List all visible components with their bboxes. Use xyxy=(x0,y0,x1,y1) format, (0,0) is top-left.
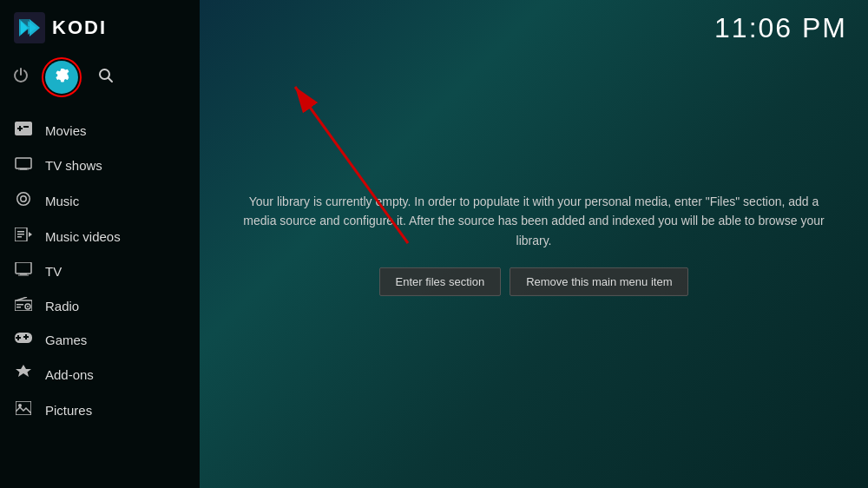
sidebar: KODI xyxy=(0,0,200,488)
sidebar-item-music[interactable]: Music xyxy=(0,182,200,219)
sidebar-label-add-ons: Add-ons xyxy=(45,367,94,382)
logo-area: KODI xyxy=(0,0,200,52)
sidebar-item-music-videos[interactable]: Music videos xyxy=(0,219,200,254)
sidebar-nav: Movies TV shows Music Music videos xyxy=(0,109,200,488)
remove-menu-item-button[interactable]: Remove this main menu item xyxy=(510,267,688,296)
svg-rect-21 xyxy=(16,304,23,306)
info-panel: Your library is currently empty. In orde… xyxy=(239,192,829,296)
power-button[interactable] xyxy=(12,67,30,89)
svg-rect-18 xyxy=(15,300,32,311)
games-icon xyxy=(14,332,33,347)
sidebar-label-tv-shows: TV shows xyxy=(45,158,102,173)
svg-rect-7 xyxy=(16,158,31,168)
sidebar-item-add-ons[interactable]: Add-ons xyxy=(0,356,200,392)
sidebar-label-tv: TV xyxy=(45,264,62,279)
toolbar-area xyxy=(0,52,200,109)
time-display: 11:06 PM xyxy=(714,12,847,44)
sidebar-item-tv[interactable]: TV xyxy=(0,254,200,288)
search-button[interactable] xyxy=(97,67,115,89)
radio-icon xyxy=(14,297,33,314)
music-icon xyxy=(14,191,33,210)
svg-rect-13 xyxy=(17,234,24,235)
pictures-icon xyxy=(14,401,33,419)
add-ons-icon xyxy=(14,365,33,384)
settings-button-wrapper[interactable] xyxy=(42,57,82,97)
sidebar-label-music-videos: Music videos xyxy=(45,229,121,244)
sidebar-label-movies: Movies xyxy=(45,123,87,138)
info-message: Your library is currently empty. In orde… xyxy=(239,192,829,250)
sidebar-item-radio[interactable]: Radio xyxy=(0,288,200,323)
enter-files-button[interactable]: Enter files section xyxy=(379,267,502,296)
svg-rect-16 xyxy=(20,274,27,275)
svg-marker-11 xyxy=(29,232,32,237)
svg-rect-9 xyxy=(18,170,29,171)
sidebar-label-radio: Radio xyxy=(45,299,79,313)
tv-icon xyxy=(14,262,33,280)
settings-button[interactable] xyxy=(45,61,78,94)
kodi-logo-icon xyxy=(14,12,45,43)
app-container: KODI xyxy=(0,0,868,488)
sidebar-item-games[interactable]: Games xyxy=(0,323,200,356)
sidebar-item-movies[interactable]: Movies xyxy=(0,113,200,148)
svg-rect-22 xyxy=(16,307,21,308)
sidebar-label-pictures: Pictures xyxy=(45,403,92,418)
svg-rect-15 xyxy=(16,262,31,274)
svg-rect-17 xyxy=(18,275,29,276)
svg-rect-12 xyxy=(17,231,24,233)
svg-rect-14 xyxy=(17,236,22,238)
sidebar-item-tv-shows[interactable]: TV shows xyxy=(0,148,200,182)
svg-rect-8 xyxy=(20,168,27,170)
main-content: 11:06 PM Your library is currently empty… xyxy=(200,0,868,488)
svg-point-20 xyxy=(27,306,29,307)
sidebar-item-pictures[interactable]: Pictures xyxy=(0,392,200,427)
sidebar-label-music: Music xyxy=(45,194,79,208)
tv-shows-icon xyxy=(14,156,33,174)
svg-rect-23 xyxy=(16,401,31,415)
sidebar-label-games: Games xyxy=(45,333,87,347)
app-title: KODI xyxy=(52,16,107,39)
info-buttons: Enter files section Remove this main men… xyxy=(239,267,829,296)
movies-icon xyxy=(14,122,33,139)
music-videos-icon xyxy=(14,228,33,245)
